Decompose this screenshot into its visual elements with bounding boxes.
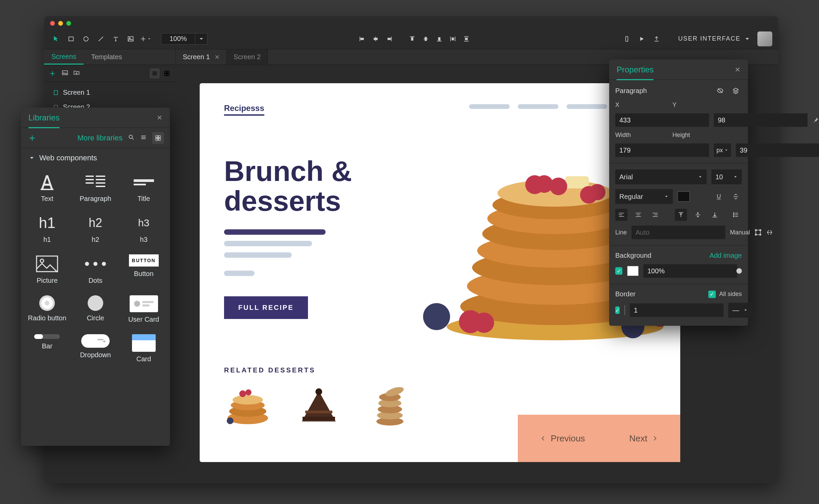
x-input[interactable] [615,113,709,127]
underline-icon[interactable] [713,190,725,203]
lib-title[interactable]: Title [121,169,167,206]
lib-h2[interactable]: h2h2 [73,210,118,247]
align-vcenter-icon[interactable] [420,33,432,45]
font-family-select[interactable]: Arial [615,169,707,184]
zoom-dropdown[interactable] [195,33,207,44]
avatar[interactable] [757,31,772,46]
folder-add-icon[interactable] [73,69,80,77]
lib-picture[interactable]: Picture [24,251,70,288]
distribute-v-icon[interactable] [460,33,472,45]
add-tool[interactable] [139,33,152,45]
lib-button[interactable]: BUTTONButton [121,251,167,288]
section-header[interactable]: Web components [21,148,170,168]
bg-enabled-checkbox[interactable]: ✓ [615,267,622,275]
image-icon[interactable] [62,69,68,77]
font-weight-select[interactable]: Regular [615,189,673,204]
ellipse-tool[interactable] [80,33,92,45]
close-icon[interactable]: ✕ [735,66,740,74]
opacity-input[interactable] [643,264,737,278]
bulleted-list-icon[interactable] [730,209,742,221]
lib-dots[interactable]: Dots [73,251,118,288]
align-hcenter-icon[interactable] [370,33,382,45]
visibility-icon[interactable] [714,85,726,97]
align-left-text-icon[interactable] [615,209,627,221]
lib-h3[interactable]: h3h3 [121,210,167,247]
align-right-text-icon[interactable] [649,209,661,221]
next-button[interactable]: Next [629,433,658,444]
device-preview-icon[interactable] [621,33,633,45]
rectangle-tool[interactable] [65,33,77,45]
image-tool[interactable] [125,33,137,45]
line-height-input[interactable] [632,226,725,239]
font-size-select[interactable]: 10 [711,169,742,184]
align-center-text-icon[interactable] [632,209,644,221]
bg-color-swatch[interactable] [627,266,639,276]
maximize-window[interactable] [66,21,71,26]
lib-h1[interactable]: h1h1 [24,210,70,247]
zoom-control[interactable]: 100% [161,33,207,45]
list-icon[interactable] [140,134,147,142]
tab-templates[interactable]: Templates [84,49,129,65]
lib-text[interactable]: Text [24,169,70,206]
valign-top-icon[interactable] [675,209,687,221]
text-color-swatch[interactable] [678,191,690,202]
distribute-h-icon[interactable] [447,33,459,45]
bounding-box-icon[interactable] [755,226,761,238]
line-tool[interactable] [95,33,107,45]
add-library-icon[interactable]: ＋ [27,131,37,145]
add-image-link[interactable]: Add image [709,252,742,259]
strikethrough-icon[interactable] [730,190,742,203]
project-selector[interactable]: USER INTERFACE [678,35,751,42]
minimize-window[interactable] [58,21,63,26]
align-right-icon[interactable] [383,33,395,45]
width-input[interactable] [615,143,709,157]
lib-card[interactable]: Card [121,331,167,366]
border-style-select[interactable]: — [728,303,752,318]
lib-dropdown[interactable]: Dropdown [73,331,118,366]
border-color-swatch[interactable] [624,305,625,315]
pin-icon[interactable] [812,114,819,126]
thumb-cake[interactable] [295,384,342,428]
grid-icon[interactable] [152,132,164,144]
width-unit[interactable]: px [714,143,731,157]
valign-middle-icon[interactable] [692,209,704,221]
lib-radio[interactable]: Radio button [24,292,70,327]
close-window[interactable] [50,21,55,26]
grid-view-icon[interactable] [162,68,172,78]
align-bottom-icon[interactable] [433,33,445,45]
lib-usercard[interactable]: User Card [121,292,167,327]
panel-title: Properties [617,65,654,80]
all-sides-checkbox[interactable]: ✓ [708,291,716,298]
close-icon[interactable]: ✕ [157,114,162,122]
valign-bottom-icon[interactable] [709,209,721,221]
align-left-icon[interactable] [356,33,368,45]
design-canvas[interactable]: Recipesss Brunch & desserts FULL RECIPE [200,83,680,462]
thumb-pancakes[interactable] [224,384,271,428]
border-enabled-checkbox[interactable]: ✓ [615,306,620,314]
list-view-icon[interactable] [150,68,160,78]
doc-tab-2[interactable]: Screen 2 [227,49,268,65]
more-libraries-link[interactable]: More libraries [78,134,123,142]
layers-icon[interactable] [730,85,742,97]
lib-circle[interactable]: Circle [73,292,118,327]
search-icon[interactable] [128,134,135,142]
add-screen-icon[interactable]: ＋ [48,67,57,79]
tab-screens[interactable]: Screens [44,49,84,65]
close-icon[interactable]: ✕ [215,53,220,61]
list-item[interactable]: Screen 1 [49,85,171,100]
upload-icon[interactable] [650,33,663,45]
doc-tab-1[interactable]: Screen 1 ✕ [176,49,227,65]
align-top-icon[interactable] [406,33,418,45]
play-icon[interactable] [636,33,648,45]
prev-button[interactable]: Previous [540,433,585,444]
y-input[interactable] [714,113,807,127]
lib-bar[interactable]: Bar [24,331,70,366]
full-recipe-button[interactable]: FULL RECIPE [224,296,308,319]
border-width-input[interactable] [630,303,724,317]
thumb-cookies[interactable] [366,384,414,428]
lib-paragraph[interactable]: Paragraph [73,169,118,206]
text-tool[interactable] [110,33,122,45]
height-input[interactable] [736,143,819,157]
select-tool[interactable] [50,33,62,45]
auto-width-icon[interactable] [766,226,773,238]
